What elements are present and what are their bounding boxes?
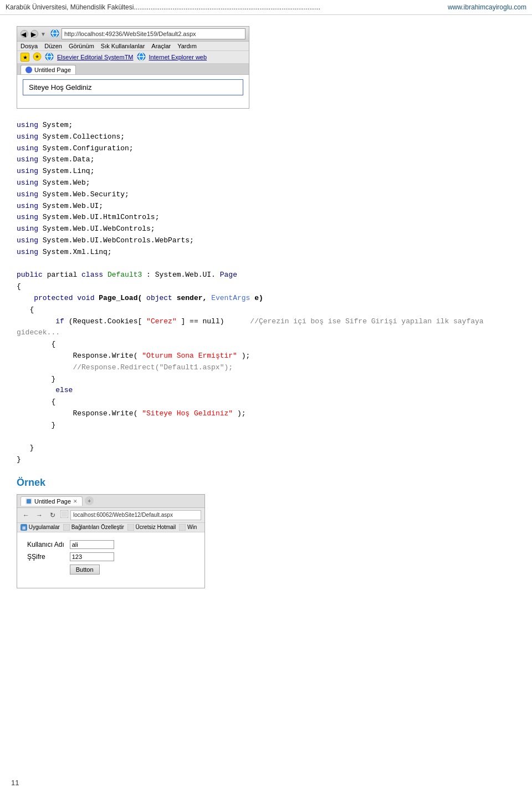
browser-favorites: ★ ★ Elsevier Editorial SystemTM Internet… (17, 51, 249, 64)
browser-btn-refresh[interactable]: ▼ (40, 31, 46, 37)
browser-titlebar: ◀ ▶ ▼ http://localhost:49236/WebSite159/… (17, 27, 249, 42)
response-write-2-kw: Response.Write( (73, 409, 137, 418)
address-text: http://localhost:49236/WebSite159/Defaul… (64, 31, 196, 37)
svg-rect-14 (62, 511, 67, 517)
keyword-using-2: using (17, 133, 38, 141)
keyword-public: public (17, 271, 43, 279)
tab-bar: Untitled Page (17, 64, 249, 75)
input-kullanici-adi[interactable] (70, 540, 114, 549)
code-close-brace-3: } (17, 374, 515, 385)
header-website: www.ibrahimcayiroglu.com (448, 3, 526, 11)
page-keyword: Page (220, 271, 237, 279)
address-bar[interactable]: http://localhost:49236/WebSite159/Defaul… (62, 28, 245, 39)
bookmark-hotmail[interactable]: Ücretsiz Hotmail (127, 524, 176, 531)
chrome-tab[interactable]: Untitled Page ✕ (21, 496, 83, 506)
eventargs-type: EventArgs (211, 294, 250, 302)
code-close-brace-5: } (17, 443, 515, 454)
bookmark-win[interactable]: Win (179, 524, 197, 531)
browser-tab[interactable]: Untitled Page (21, 65, 76, 74)
code-line-7: using System.Web.Security; (17, 189, 515, 201)
chrome-bookmarks-bar: ▦ Uygulamalar Bağlantıları Özelleştir Üc… (17, 523, 204, 532)
input-sifre[interactable] (70, 552, 114, 561)
code-open-brace-3: { (17, 339, 515, 350)
keyword-using-11: using (17, 236, 38, 245)
menu-yardim[interactable]: Yardım (177, 43, 197, 49)
keyword-if: if (55, 317, 64, 326)
form-row-kullanici: Kullanıcı Adı (25, 539, 116, 550)
chrome-titlebar: Untitled Page ✕ + (17, 495, 204, 508)
bookmark-baglantilari[interactable]: Bağlantıları Özelleştir (63, 524, 124, 531)
keyword-class: class (81, 271, 103, 279)
menu-sik[interactable]: Sık Kullanılanlar (101, 43, 145, 49)
fav-internet-explorer[interactable]: Internet Explorer web (149, 54, 207, 60)
chrome-back-btn[interactable]: ← (21, 510, 32, 521)
code-line-9: using System.Web.UI.HtmlControls; (17, 212, 515, 223)
chrome-tab-label: Untitled Page (34, 498, 71, 505)
code-line-4: using System.Data; (17, 154, 515, 166)
keyword-using-10: using (17, 225, 38, 233)
code-line-12: using System.Xml.Linq; (17, 247, 515, 258)
colon: : System.Web.UI. (146, 271, 216, 279)
form-submit-button[interactable]: Button (70, 565, 100, 575)
param-sender: sender, (177, 294, 207, 302)
ie-icon-3 (137, 52, 146, 62)
menu-duzen[interactable]: Düzen (44, 43, 62, 49)
bookmark-apps[interactable]: ▦ Uygulamalar (21, 524, 60, 531)
if-request: (Request.Cookies[ (69, 317, 142, 326)
ie-icon-2 (45, 52, 54, 62)
svg-rect-19 (179, 524, 186, 531)
form-row-button: Button (25, 563, 116, 576)
code-response-write-2: Response.Write( "Siteye Hoş Geldiniz" ); (17, 408, 515, 420)
welcome-text: Siteye Hoş Geldiniz (29, 83, 91, 92)
keyword-using-6: using (17, 179, 38, 187)
code-open-brace-1: { (17, 281, 515, 293)
code-line-6: using System.Web; (17, 177, 515, 189)
browser-btn-forward[interactable]: ▶ (30, 30, 38, 38)
classname-default3: Default3 (108, 271, 146, 279)
welcome-box: Siteye Hoş Geldiniz (23, 79, 243, 95)
keyword-using-8: using (17, 202, 38, 210)
chrome-address-bar[interactable]: localhost:60062/WebSite12/Default.aspx (70, 510, 201, 520)
keyword-using-5: using (17, 167, 38, 175)
menu-gorunum[interactable]: Görünüm (69, 43, 94, 49)
browser-btn-back[interactable]: ◀ (21, 30, 28, 38)
code-line-1: using System; (17, 120, 515, 131)
chrome-address-text: localhost:60062/WebSite12/Default.aspx (73, 512, 173, 518)
code-class-line: public partial class Default3 : System.W… (17, 270, 515, 281)
keyword-object: object (146, 294, 172, 302)
chrome-tab-close[interactable]: ✕ (73, 499, 78, 504)
keyword-partial: partial (47, 271, 81, 279)
menu-dosya[interactable]: Dosya (21, 43, 38, 49)
code-if-line: if (Request.Cookies[ "Cerez" ] == null) … (17, 316, 515, 339)
keyword-using-1: using (17, 121, 38, 129)
code-line-10: using System.Web.UI.WebControls; (17, 223, 515, 235)
svg-rect-12 (27, 499, 31, 504)
keyword-using-12: using (17, 248, 38, 256)
favorites-icon-2: ★ (33, 52, 42, 62)
keyword-else: else (55, 386, 73, 394)
chrome-page-icon (60, 510, 68, 520)
label-kullanici-adi: Kullanıcı Adı (25, 539, 66, 550)
response-write-kw: Response.Write( (73, 352, 137, 360)
code-method-line: protected void Page_Load( object sender,… (17, 293, 515, 304)
code-section: using System; using System.Collections; … (17, 120, 515, 466)
menu-araclar[interactable]: Araçlar (151, 43, 171, 49)
chrome-new-tab-btn[interactable]: + (85, 496, 94, 505)
chrome-refresh-btn[interactable]: ↻ (47, 510, 58, 521)
svg-text:▦: ▦ (22, 526, 26, 530)
tab-page-icon (25, 67, 32, 73)
favorites-star-icon: ★ (21, 53, 29, 62)
code-line-3: using System.Configuration; (17, 143, 515, 155)
string-oturum: "Oturum Sona Ermiştir" (142, 352, 237, 360)
comment-redirect: //Response.Redirect("Default1.aspx"); (73, 363, 233, 372)
form-row-sifre: ŞŞifre (25, 551, 116, 562)
browser-ie-icon (50, 29, 59, 39)
param-e: e) (254, 294, 263, 302)
browser-menu: Dosya Düzen Görünüm Sık Kullanılanlar Ar… (17, 42, 249, 51)
page-header: Karabük Üniversitesi, Mühendislik Fakült… (0, 0, 532, 15)
string-siteye: "Siteye Hoş Geldiniz" (142, 409, 233, 418)
fav-elsevier[interactable]: Elsevier Editorial SystemTM (57, 54, 134, 60)
svg-rect-18 (127, 524, 134, 531)
ornek-title: Örnek (17, 477, 515, 489)
chrome-forward-btn[interactable]: → (34, 510, 45, 521)
